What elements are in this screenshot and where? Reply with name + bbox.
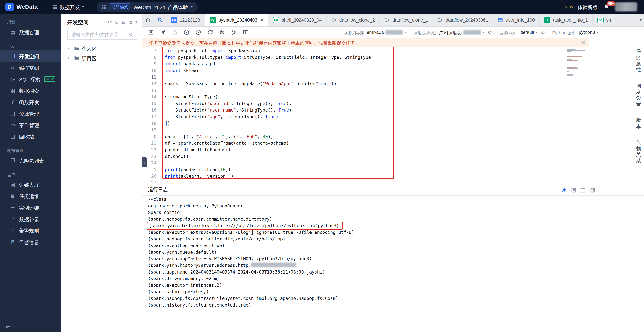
sidebar-item-orchestration[interactable]: ⧉编排空间 — [0, 62, 61, 73]
run-icon[interactable] — [184, 29, 190, 35]
popout-icon[interactable] — [571, 188, 576, 193]
right-tab-task-props[interactable]: 任务属性 — [635, 49, 642, 73]
minimize-icon[interactable] — [581, 188, 586, 193]
sidebar-item-data-explore[interactable]: ▦数据探索 — [0, 85, 61, 96]
code-line[interactable]: import pandas as pd — [162, 61, 563, 67]
code-line[interactable]: pandas_df = df.toPandas() — [162, 146, 563, 153]
project-selector[interactable]: 简单模式 WeData_2024_产品体验 ▾ — [96, 2, 198, 12]
copy-icon[interactable]: ⧉ — [129, 20, 132, 25]
sidebar-item-sql-explore[interactable]: ◎SQL 探索NEW — [0, 73, 61, 85]
code-line[interactable]: from pyspark.sql.types import StructType… — [162, 54, 563, 61]
code-line[interactable] — [162, 180, 563, 185]
tab-dataflow_clone_2[interactable]: dataflow_clone_2 — [326, 14, 380, 26]
sidebar-item-task-ops[interactable]: ≣任务运维 — [0, 190, 61, 202]
code-line[interactable]: data = [(1, "Alice", 25), (2, "Bob", 30)… — [162, 133, 563, 140]
resource-queue-select[interactable]: default▾ — [520, 30, 537, 35]
search-box[interactable] — [67, 30, 137, 40]
try-new-version-link[interactable]: 体验新版 — [578, 4, 598, 11]
locate-icon[interactable]: ⊕ — [115, 20, 119, 25]
code-line[interactable]: df = spark.createDataFrame(data, schema=… — [162, 140, 563, 146]
refresh-icon[interactable]: ⟳ — [541, 29, 546, 35]
tab-12123123[interactable]: Sa12123123 — [166, 14, 205, 26]
sidebar-item-function-dev[interactable]: ƒ函数开发 — [0, 96, 61, 108]
sidebar-item-alarm-rules[interactable]: ⚠告警规则 — [0, 225, 61, 236]
code-line[interactable]: df.show() — [162, 153, 563, 160]
tab-overflow-icon[interactable]: ▾ — [640, 14, 642, 27]
scheduler-group-value: 广州调度资 — [439, 29, 462, 36]
tab-task_user_info_1[interactable]: Xtask_user_info_1 — [540, 14, 593, 26]
code-line[interactable]: print(pandas_df.head(10)) — [162, 167, 563, 173]
sidebar-item-instance-ops[interactable]: ☰实例运维 — [0, 202, 61, 213]
code-line[interactable] — [162, 87, 563, 94]
code-line[interactable] — [162, 127, 563, 133]
search-icon[interactable] — [128, 32, 134, 37]
code-line[interactable]: ]) — [162, 120, 563, 127]
tab-shell_20240329_04[interactable]: Shshell_20240329_04 — [268, 14, 327, 26]
sidebar-item-resource-manage[interactable]: ◳资源管理 — [0, 108, 61, 119]
close-icon[interactable]: ✕ — [582, 40, 585, 45]
refresh-icon[interactable]: ⟳ — [488, 29, 492, 35]
tree-item-personal-area[interactable]: ▸个人区 — [61, 44, 142, 53]
code-line[interactable]: schema = StructType([ — [162, 94, 563, 100]
cluster-select[interactable]: emr-a5a▾ — [367, 30, 406, 35]
code-line[interactable]: from pyspark.sql import SparkSession — [162, 47, 563, 54]
pin-icon[interactable] — [562, 188, 566, 193]
submit-icon[interactable] — [160, 29, 166, 35]
code-editor[interactable]: 789101112131415161718192021222324252627 … — [142, 47, 632, 185]
tab-dataflow_clone_1[interactable]: dataflow_clone_1 — [380, 14, 433, 26]
tab-run-log[interactable]: 运行日志 — [148, 185, 168, 195]
grid-icon — [102, 5, 106, 9]
sidebar-item-dev-space[interactable]: ❏开发空间 — [0, 50, 61, 62]
sidebar-item-data-backfill[interactable]: ◔数据补录 — [0, 213, 61, 225]
new-folder-icon[interactable]: ⊞ — [122, 20, 126, 25]
right-tab-dependencies[interactable]: 依赖关系 — [635, 140, 642, 164]
fx-icon[interactable]: fx — [219, 29, 225, 35]
caret-icon[interactable]: ▸ — [68, 56, 72, 60]
stop-icon[interactable] — [195, 29, 202, 35]
python-version-select[interactable]: python3▾ — [579, 30, 598, 35]
code-line[interactable]: StructField("user_id", IntegerType(), Tr… — [162, 100, 563, 107]
bell-icon[interactable]: 99+ — [603, 4, 609, 10]
code-line[interactable]: print(sklearn.__version__) — [162, 173, 563, 180]
collapse-explorer-handle[interactable]: « — [142, 157, 147, 167]
sidebar-item-recycle-bin[interactable]: ◫回收站 — [0, 131, 61, 142]
tab-dataflow_202403061[interactable]: dataflow_202403061 — [433, 14, 493, 26]
code-line[interactable]: spark = SparkSession.builder.appName("We… — [162, 80, 563, 87]
scheduler-group-select[interactable]: 广州调度资▾ — [439, 29, 484, 36]
sidebar-item-alarm-info[interactable]: ⚑告警信息 — [0, 236, 61, 248]
collapse-sidebar-icon[interactable]: ⇤ — [6, 323, 10, 330]
home-tab[interactable] — [142, 14, 154, 26]
module-switcher[interactable]: 数据开发 ▾ — [52, 4, 84, 11]
tab-user_info_100[interactable]: user_info_100 — [493, 14, 540, 26]
tree-item-project-area[interactable]: ▸项目区 — [61, 53, 142, 63]
caret-icon[interactable]: ▸ — [68, 46, 72, 51]
sidebar-item-clone-list[interactable]: ❒克隆包列表 — [0, 155, 61, 166]
editor-code[interactable]: from pyspark.sql import SparkSessionfrom… — [162, 47, 564, 185]
code-line[interactable] — [162, 160, 563, 167]
search-tab[interactable] — [154, 14, 166, 26]
add-icon[interactable]: + — [135, 20, 138, 25]
code-line[interactable]: StructField("user_name", StringType(), T… — [162, 107, 563, 113]
save-icon[interactable] — [148, 29, 154, 35]
code-line[interactable] — [162, 74, 563, 80]
lock-icon[interactable] — [172, 29, 178, 35]
right-tab-version[interactable]: 版本 — [635, 118, 642, 130]
avatar[interactable] — [615, 2, 637, 12]
table-icon[interactable] — [243, 29, 249, 35]
wedata-logo[interactable]: D WeData — [5, 3, 38, 11]
right-tab-schedule-settings[interactable]: 调度设置 — [635, 83, 642, 108]
sidebar-item-ops-dashboard[interactable]: ▣运维大屏 — [0, 179, 61, 190]
tab-pyspark_20240403[interactable]: Pypyspark_20240403 — [205, 14, 268, 26]
refresh-icon[interactable]: ⟳ — [108, 20, 112, 25]
minimap[interactable] — [566, 49, 588, 78]
code-line[interactable]: StructField("age", IntegerType(), True) — [162, 113, 563, 120]
workflow-icon[interactable] — [231, 29, 237, 35]
tab-sh[interactable]: Shsh — [593, 14, 616, 26]
maximize-icon[interactable] — [590, 188, 595, 193]
rerun-icon[interactable] — [207, 29, 213, 35]
sidebar-item-event-manage[interactable]: ▭事件管理 — [0, 119, 61, 131]
line-number: 21 — [142, 140, 162, 146]
sidebar-item-data-manage[interactable]: ▤数据管理 — [0, 26, 61, 38]
search-input[interactable] — [70, 32, 128, 38]
code-line[interactable]: import sklearn — [162, 67, 563, 74]
